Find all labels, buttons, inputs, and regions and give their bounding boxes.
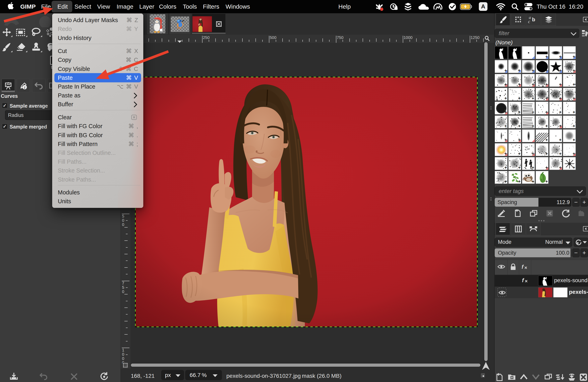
svg-text:i: i: [24, 86, 25, 90]
